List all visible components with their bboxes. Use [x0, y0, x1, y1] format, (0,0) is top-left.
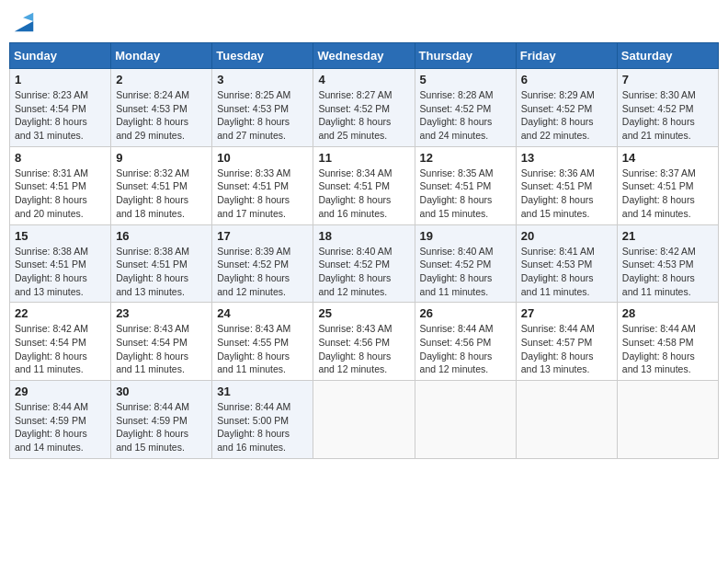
svg-marker-1 [23, 13, 33, 21]
calendar-week-row: 22 Sunrise: 8:42 AM Sunset: 4:54 PM Dayl… [10, 303, 719, 381]
calendar-day-cell: 5 Sunrise: 8:28 AM Sunset: 4:52 PM Dayli… [415, 69, 516, 147]
weekday-header-row: SundayMondayTuesdayWednesdayThursdayFrid… [10, 43, 719, 69]
day-number: 5 [420, 73, 511, 86]
day-number: 6 [521, 73, 612, 86]
day-number: 1 [15, 73, 106, 86]
day-number: 13 [521, 151, 612, 165]
day-info: Sunrise: 8:25 AM Sunset: 4:53 PM Dayligh… [217, 88, 308, 143]
day-number: 3 [217, 73, 308, 86]
day-info: Sunrise: 8:44 AM Sunset: 4:59 PM Dayligh… [15, 400, 106, 454]
day-info: Sunrise: 8:44 AM Sunset: 5:00 PM Dayligh… [217, 400, 308, 454]
day-info: Sunrise: 8:24 AM Sunset: 4:53 PM Dayligh… [116, 88, 207, 143]
calendar-day-cell: 16 Sunrise: 8:38 AM Sunset: 4:51 PM Dayl… [111, 224, 212, 303]
day-info: Sunrise: 8:31 AM Sunset: 4:51 PM Dayligh… [15, 167, 106, 221]
day-info: Sunrise: 8:44 AM Sunset: 4:57 PM Dayligh… [521, 322, 612, 376]
day-number: 27 [521, 306, 612, 320]
logo [9, 13, 37, 35]
day-number: 16 [116, 229, 207, 243]
page-header [9, 9, 719, 35]
calendar-day-cell [313, 381, 415, 459]
calendar-day-cell: 2 Sunrise: 8:24 AM Sunset: 4:53 PM Dayli… [111, 69, 212, 147]
calendar-day-cell: 12 Sunrise: 8:35 AM Sunset: 4:51 PM Dayl… [415, 146, 516, 224]
day-number: 9 [116, 151, 207, 165]
day-info: Sunrise: 8:44 AM Sunset: 4:59 PM Dayligh… [116, 400, 207, 454]
weekday-header: Thursday [415, 43, 516, 69]
calendar-day-cell: 17 Sunrise: 8:39 AM Sunset: 4:52 PM Dayl… [212, 224, 313, 303]
calendar-day-cell: 8 Sunrise: 8:31 AM Sunset: 4:51 PM Dayli… [10, 146, 111, 224]
calendar-week-row: 8 Sunrise: 8:31 AM Sunset: 4:51 PM Dayli… [10, 146, 719, 224]
day-info: Sunrise: 8:30 AM Sunset: 4:52 PM Dayligh… [622, 88, 713, 143]
day-number: 4 [318, 73, 409, 86]
day-info: Sunrise: 8:32 AM Sunset: 4:51 PM Dayligh… [116, 167, 207, 221]
calendar-day-cell: 4 Sunrise: 8:27 AM Sunset: 4:52 PM Dayli… [313, 69, 415, 147]
day-number: 10 [217, 151, 308, 165]
day-number: 25 [318, 306, 409, 320]
calendar-day-cell: 26 Sunrise: 8:44 AM Sunset: 4:56 PM Dayl… [415, 303, 516, 381]
calendar-day-cell: 29 Sunrise: 8:44 AM Sunset: 4:59 PM Dayl… [10, 381, 111, 459]
day-number: 7 [622, 73, 713, 86]
calendar-day-cell: 28 Sunrise: 8:44 AM Sunset: 4:58 PM Dayl… [617, 303, 718, 381]
weekday-header: Tuesday [212, 43, 313, 69]
weekday-header: Sunday [10, 43, 111, 69]
calendar-day-cell [516, 381, 617, 459]
day-info: Sunrise: 8:38 AM Sunset: 4:51 PM Dayligh… [15, 245, 106, 299]
day-info: Sunrise: 8:44 AM Sunset: 4:58 PM Dayligh… [622, 322, 713, 376]
day-info: Sunrise: 8:38 AM Sunset: 4:51 PM Dayligh… [116, 245, 207, 299]
calendar-week-row: 15 Sunrise: 8:38 AM Sunset: 4:51 PM Dayl… [10, 224, 719, 303]
day-info: Sunrise: 8:28 AM Sunset: 4:52 PM Dayligh… [420, 88, 511, 143]
day-info: Sunrise: 8:43 AM Sunset: 4:56 PM Dayligh… [318, 322, 409, 376]
day-number: 18 [318, 229, 409, 243]
weekday-header: Friday [516, 43, 617, 69]
calendar-day-cell: 31 Sunrise: 8:44 AM Sunset: 5:00 PM Dayl… [212, 381, 313, 459]
calendar-day-cell: 11 Sunrise: 8:34 AM Sunset: 4:51 PM Dayl… [313, 146, 415, 224]
calendar-day-cell: 10 Sunrise: 8:33 AM Sunset: 4:51 PM Dayl… [212, 146, 313, 224]
day-number: 8 [15, 151, 106, 165]
day-number: 28 [622, 306, 713, 320]
day-info: Sunrise: 8:44 AM Sunset: 4:56 PM Dayligh… [420, 322, 511, 376]
calendar-day-cell: 18 Sunrise: 8:40 AM Sunset: 4:52 PM Dayl… [313, 224, 415, 303]
day-info: Sunrise: 8:27 AM Sunset: 4:52 PM Dayligh… [318, 88, 409, 143]
day-info: Sunrise: 8:40 AM Sunset: 4:52 PM Dayligh… [420, 245, 511, 299]
logo-icon [11, 9, 37, 35]
day-number: 14 [622, 151, 713, 165]
day-info: Sunrise: 8:40 AM Sunset: 4:52 PM Dayligh… [318, 245, 409, 299]
calendar-day-cell: 25 Sunrise: 8:43 AM Sunset: 4:56 PM Dayl… [313, 303, 415, 381]
day-number: 24 [217, 306, 308, 320]
calendar-day-cell: 21 Sunrise: 8:42 AM Sunset: 4:53 PM Dayl… [617, 224, 718, 303]
day-info: Sunrise: 8:42 AM Sunset: 4:53 PM Dayligh… [622, 245, 713, 299]
calendar-day-cell [415, 381, 516, 459]
day-number: 2 [116, 73, 207, 86]
day-number: 15 [15, 229, 106, 243]
day-number: 22 [15, 306, 106, 320]
day-info: Sunrise: 8:33 AM Sunset: 4:51 PM Dayligh… [217, 167, 308, 221]
calendar-day-cell: 9 Sunrise: 8:32 AM Sunset: 4:51 PM Dayli… [111, 146, 212, 224]
day-number: 26 [420, 306, 511, 320]
day-number: 21 [622, 229, 713, 243]
day-number: 30 [116, 385, 207, 398]
day-number: 29 [15, 385, 106, 398]
day-number: 31 [217, 385, 308, 398]
calendar-day-cell: 23 Sunrise: 8:43 AM Sunset: 4:54 PM Dayl… [111, 303, 212, 381]
calendar-day-cell: 22 Sunrise: 8:42 AM Sunset: 4:54 PM Dayl… [10, 303, 111, 381]
calendar-day-cell: 7 Sunrise: 8:30 AM Sunset: 4:52 PM Dayli… [617, 69, 718, 147]
calendar-day-cell: 6 Sunrise: 8:29 AM Sunset: 4:52 PM Dayli… [516, 69, 617, 147]
weekday-header: Saturday [617, 43, 718, 69]
calendar-table: SundayMondayTuesdayWednesdayThursdayFrid… [9, 42, 719, 459]
day-number: 23 [116, 306, 207, 320]
calendar-week-row: 29 Sunrise: 8:44 AM Sunset: 4:59 PM Dayl… [10, 381, 719, 459]
day-info: Sunrise: 8:43 AM Sunset: 4:55 PM Dayligh… [217, 322, 308, 376]
calendar-day-cell: 20 Sunrise: 8:41 AM Sunset: 4:53 PM Dayl… [516, 224, 617, 303]
day-info: Sunrise: 8:37 AM Sunset: 4:51 PM Dayligh… [622, 167, 713, 221]
day-info: Sunrise: 8:41 AM Sunset: 4:53 PM Dayligh… [521, 245, 612, 299]
day-info: Sunrise: 8:36 AM Sunset: 4:51 PM Dayligh… [521, 167, 612, 221]
day-info: Sunrise: 8:39 AM Sunset: 4:52 PM Dayligh… [217, 245, 308, 299]
calendar-day-cell: 30 Sunrise: 8:44 AM Sunset: 4:59 PM Dayl… [111, 381, 212, 459]
day-number: 17 [217, 229, 308, 243]
day-info: Sunrise: 8:23 AM Sunset: 4:54 PM Dayligh… [15, 88, 106, 143]
weekday-header: Monday [111, 43, 212, 69]
day-info: Sunrise: 8:34 AM Sunset: 4:51 PM Dayligh… [318, 167, 409, 221]
calendar-day-cell: 19 Sunrise: 8:40 AM Sunset: 4:52 PM Dayl… [415, 224, 516, 303]
weekday-header: Wednesday [313, 43, 415, 69]
day-number: 19 [420, 229, 511, 243]
day-number: 20 [521, 229, 612, 243]
